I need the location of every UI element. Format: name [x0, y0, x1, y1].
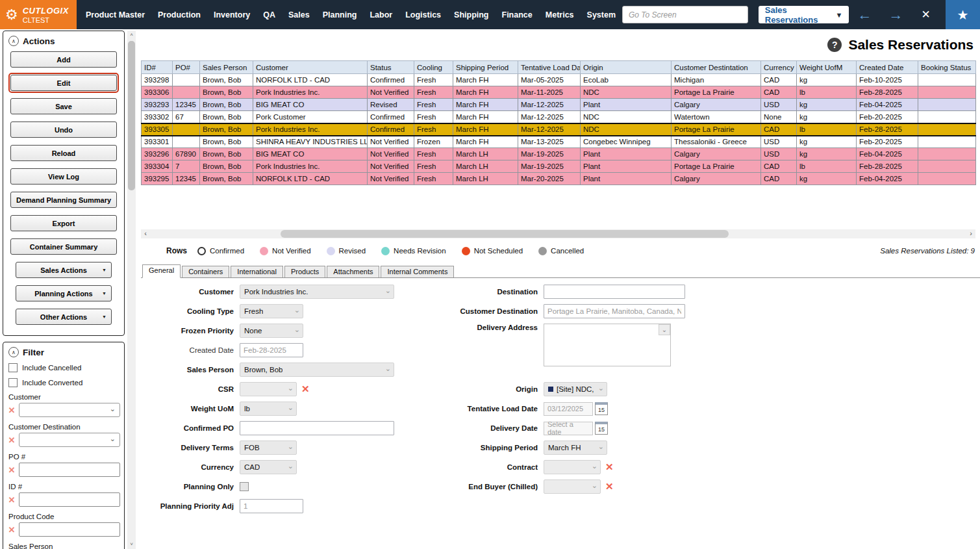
grid-row[interactable]: 393298Brown, BobNORFOLK LTD - CADConfirm… — [142, 74, 976, 86]
column-header-po[interactable]: PO# — [173, 61, 200, 74]
grid-row[interactable]: 39330267Brown, BobPork CustomerConfirmed… — [142, 111, 976, 123]
collapse-up-icon[interactable]: ∧ — [8, 36, 19, 46]
field-currency-select[interactable]: CAD⌄ — [240, 460, 297, 474]
planning-actions-button[interactable]: Planning Actions▼ — [16, 285, 112, 301]
field-weight-uom-select[interactable]: lb⌄ — [240, 402, 297, 416]
field-frozen-priority-select[interactable]: None⌄ — [240, 324, 303, 338]
clear-filter-icon[interactable]: ✕ — [7, 465, 16, 475]
nav-item-shipping[interactable]: Shipping — [447, 10, 495, 19]
column-header-currency[interactable]: Currency — [761, 61, 797, 74]
nav-item-metrics[interactable]: Metrics — [539, 10, 581, 19]
field-confirmed-po-input[interactable] — [240, 421, 394, 435]
nav-item-logistics[interactable]: Logistics — [399, 10, 447, 19]
column-header-customer-destintation[interactable]: Customer Destintation — [672, 61, 761, 74]
clear-field-icon[interactable]: ✕ — [605, 481, 614, 492]
tab-products[interactable]: Products — [284, 266, 325, 277]
nav-item-production[interactable]: Production — [151, 10, 207, 19]
nav-item-sales[interactable]: Sales — [282, 10, 316, 19]
field-end-buyer-chilled-select[interactable]: ⌄ — [544, 479, 601, 494]
column-header-customer[interactable]: Customer — [253, 61, 368, 74]
column-header-created-date[interactable]: Created Date — [857, 61, 918, 74]
favorite-star-button[interactable]: ★ — [946, 0, 980, 29]
grid-horizontal-scrollbar[interactable]: ‹ › — [141, 229, 975, 238]
checkbox-include-cancelled[interactable] — [8, 363, 18, 372]
column-header-booking-status[interactable]: Booking Status — [918, 61, 976, 74]
edit-button[interactable]: Edit — [10, 75, 117, 91]
column-header-id[interactable]: ID# — [142, 61, 173, 74]
sales-actions-button[interactable]: Sales Actions▼ — [16, 262, 112, 278]
nav-item-system[interactable]: System — [581, 10, 622, 19]
clear-filter-icon[interactable]: ✕ — [7, 525, 16, 535]
clear-field-icon[interactable]: ✕ — [301, 383, 310, 395]
grid-row[interactable]: 39329512345Brown, BobNORFOLK LTD - CADNo… — [142, 173, 976, 185]
tab-containers[interactable]: Containers — [182, 266, 229, 277]
filter-select-customer[interactable]: ⌄ — [19, 403, 120, 417]
container-summary-button[interactable]: Container Summary — [10, 238, 117, 255]
demand-planning-summary-button[interactable]: Demand Planning Summary — [10, 192, 117, 208]
field-cooling-type-select[interactable]: Fresh⌄ — [240, 304, 303, 318]
filter-select-customer-destination[interactable]: ⌄ — [19, 433, 120, 447]
sidebar-scrollbar[interactable]: ˄ ˅ — [127, 31, 136, 549]
nav-item-labor[interactable]: Labor — [363, 10, 399, 19]
view-log-button[interactable]: View Log — [10, 168, 117, 185]
clear-field-icon[interactable]: ✕ — [605, 461, 614, 473]
filter-input-product-code[interactable] — [19, 522, 120, 537]
column-header-cooling[interactable]: Cooling — [414, 61, 453, 74]
calendar-icon[interactable]: 15 — [595, 422, 608, 435]
column-header-tentative-load-date[interactable]: Tentative Load Date — [518, 61, 581, 74]
goto-screen-input[interactable] — [622, 6, 748, 23]
tab-international[interactable]: International — [231, 266, 283, 277]
field-customer-select[interactable]: Pork Industries Inc.⌄ — [240, 285, 394, 299]
filter-input-id[interactable] — [19, 492, 120, 507]
scrollbar-thumb[interactable] — [281, 230, 729, 238]
field-delivery-date-input[interactable]: Select a date — [544, 422, 593, 435]
field-planning-priority-adj-input[interactable] — [240, 499, 303, 513]
back-arrow-icon[interactable]: ← — [849, 0, 880, 29]
field-shipping-period-select[interactable]: March FH⌄ — [544, 440, 607, 455]
grid-row[interactable]: 393301Brown, BobSHINRA HEAVY INDUSTRIES … — [142, 136, 976, 148]
calendar-icon[interactable]: 15 — [595, 402, 608, 415]
clear-filter-icon[interactable]: ✕ — [7, 405, 16, 415]
other-actions-button[interactable]: Other Actions▼ — [16, 309, 112, 325]
column-header-sales-person[interactable]: Sales Person — [200, 61, 253, 74]
field-origin-select[interactable]: [Site] NDC, N⌄ — [544, 382, 607, 396]
tab-internal-comments[interactable]: Internal Comments — [381, 266, 454, 277]
field-sales-person-select[interactable]: Brown, Bob⌄ — [240, 363, 394, 377]
tab-general[interactable]: General — [142, 264, 181, 278]
column-header-shipping-period[interactable]: Shipping Period — [453, 61, 518, 74]
clear-filter-icon[interactable]: ✕ — [7, 435, 16, 445]
reload-button[interactable]: Reload — [10, 145, 117, 161]
nav-item-finance[interactable]: Finance — [496, 10, 539, 19]
column-header-weight-uofm[interactable]: Weight UofM — [797, 61, 857, 74]
nav-item-qa[interactable]: QA — [257, 10, 282, 19]
tab-attachments[interactable]: Attachments — [327, 266, 379, 277]
field-planning-only-checkbox[interactable] — [240, 482, 249, 491]
chevron-down-icon[interactable]: ⌄ — [659, 324, 670, 335]
scrollbar-thumb[interactable] — [128, 41, 135, 190]
field-contract-select[interactable]: ⌄ — [544, 460, 601, 474]
help-icon[interactable]: ? — [827, 38, 842, 52]
close-icon[interactable]: ✕ — [911, 8, 940, 21]
undo-button[interactable]: Undo — [10, 121, 117, 138]
add-button[interactable]: Add — [10, 51, 117, 68]
nav-item-planning[interactable]: Planning — [316, 10, 364, 19]
field-customer-destination-input[interactable] — [544, 304, 685, 318]
filter-input-po[interactable] — [19, 463, 120, 477]
forward-arrow-icon[interactable]: → — [880, 0, 911, 29]
scroll-right-icon[interactable]: › — [966, 229, 975, 238]
scroll-up-icon[interactable]: ˄ — [127, 31, 136, 40]
scroll-down-icon[interactable]: ˅ — [127, 540, 136, 549]
grid-row[interactable]: 393306Brown, BobPork Industries Inc.Not … — [142, 86, 976, 99]
field-delivery-address-textarea[interactable] — [544, 324, 671, 366]
field-csr-select[interactable]: ⌄ — [240, 382, 297, 396]
screen-selector-dropdown[interactable]: Sales Reservations ▼ — [759, 6, 849, 23]
field-created-date-input[interactable] — [240, 343, 303, 357]
export-button[interactable]: Export — [10, 215, 117, 231]
nav-item-product-master[interactable]: Product Master — [79, 10, 151, 19]
clear-filter-icon[interactable]: ✕ — [7, 495, 16, 505]
nav-item-inventory[interactable]: Inventory — [207, 10, 257, 19]
column-header-origin[interactable]: Origin — [581, 61, 672, 74]
scroll-left-icon[interactable]: ‹ — [141, 229, 150, 238]
grid-row[interactable]: 39329667890Brown, BobBIG MEAT CONot Veri… — [142, 148, 976, 160]
checkbox-include-converted[interactable] — [8, 378, 18, 387]
